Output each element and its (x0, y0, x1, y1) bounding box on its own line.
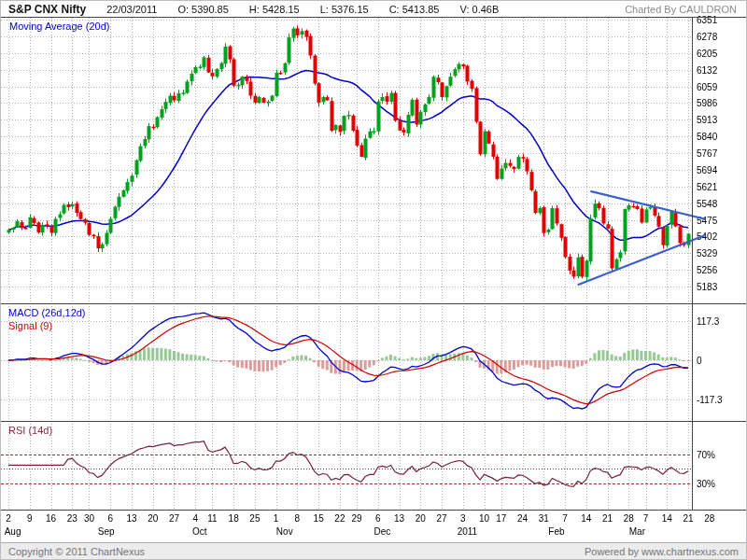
copyright-text: Copyright © 2011 ChartNexus (1, 546, 145, 557)
chart-canvas[interactable] (1, 1, 747, 544)
quote-date: 22/03/2011 (106, 4, 157, 15)
quote-open: O: 5390.85 (177, 4, 228, 15)
quote-low: L: 5376.15 (320, 4, 369, 15)
powered-by-link[interactable]: Powered by www.chartnexus.com (585, 546, 746, 557)
rsi-indicator-label: RSI (14d) (8, 425, 52, 436)
quote-volume: V: 0.46B (459, 4, 499, 15)
quote-high: H: 5428.15 (249, 4, 300, 15)
charted-by-watermark: Charted By CAULDRON (625, 4, 746, 15)
quote-close: C: 5413.85 (389, 4, 440, 15)
signal-indicator-label: Signal (9) (8, 320, 52, 331)
macd-indicator-label: MACD (26d,12d) (8, 307, 86, 318)
chartnexus-window: S&P CNX Nifty 22/03/2011 O: 5390.85 H: 5… (0, 0, 747, 560)
chart-header: S&P CNX Nifty 22/03/2011 O: 5390.85 H: 5… (1, 1, 746, 17)
moving-average-label: Moving Average (20d) (9, 21, 109, 32)
symbol-name: S&P CNX Nifty (8, 3, 86, 16)
footer-bar: Copyright © 2011 ChartNexus Powered by w… (1, 542, 746, 559)
